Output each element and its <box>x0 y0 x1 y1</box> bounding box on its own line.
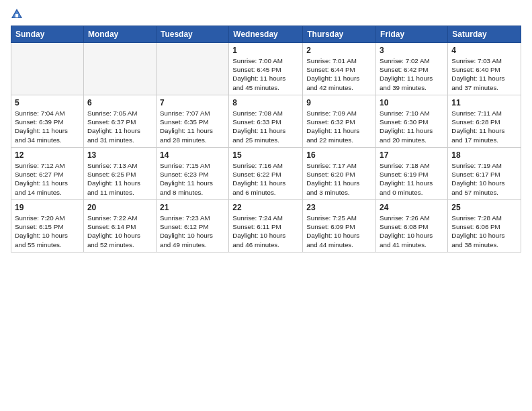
day-info: Sunrise: 7:26 AM Sunset: 6:08 PM Dayligh… <box>380 214 444 249</box>
calendar: SundayMondayTuesdayWednesdayThursdayFrid… <box>11 26 521 253</box>
calendar-cell: 2Sunrise: 7:01 AM Sunset: 6:44 PM Daylig… <box>303 43 376 95</box>
day-number: 7 <box>160 98 225 107</box>
calendar-cell: 8Sunrise: 7:08 AM Sunset: 6:33 PM Daylig… <box>229 95 303 148</box>
weekday-header-friday: Friday <box>376 26 448 43</box>
day-number: 12 <box>15 150 80 160</box>
calendar-cell: 15Sunrise: 7:16 AM Sunset: 6:22 PM Dayli… <box>229 148 303 200</box>
weekday-header-thursday: Thursday <box>303 26 376 43</box>
weekday-header-sunday: Sunday <box>11 26 84 43</box>
calendar-cell: 20Sunrise: 7:22 AM Sunset: 6:14 PM Dayli… <box>83 200 156 253</box>
day-number: 2 <box>306 46 372 55</box>
day-number: 22 <box>232 203 299 212</box>
calendar-cell: 16Sunrise: 7:17 AM Sunset: 6:20 PM Dayli… <box>303 148 376 200</box>
day-info: Sunrise: 7:18 AM Sunset: 6:19 PM Dayligh… <box>380 161 444 197</box>
day-number: 21 <box>160 203 225 212</box>
calendar-cell: 25Sunrise: 7:28 AM Sunset: 6:06 PM Dayli… <box>448 200 521 253</box>
day-number: 10 <box>380 98 444 107</box>
day-number: 13 <box>87 150 152 160</box>
day-info: Sunrise: 7:15 AM Sunset: 6:23 PM Dayligh… <box>160 161 225 197</box>
day-number: 17 <box>380 150 444 160</box>
day-info: Sunrise: 7:07 AM Sunset: 6:35 PM Dayligh… <box>160 109 225 144</box>
day-number: 9 <box>306 98 372 107</box>
calendar-cell: 9Sunrise: 7:09 AM Sunset: 6:32 PM Daylig… <box>303 95 376 148</box>
calendar-cell: 6Sunrise: 7:05 AM Sunset: 6:37 PM Daylig… <box>83 95 156 148</box>
calendar-cell: 7Sunrise: 7:07 AM Sunset: 6:35 PM Daylig… <box>156 95 228 148</box>
day-info: Sunrise: 7:28 AM Sunset: 6:06 PM Dayligh… <box>451 214 517 249</box>
calendar-cell: 22Sunrise: 7:24 AM Sunset: 6:11 PM Dayli… <box>229 200 303 253</box>
day-info: Sunrise: 7:20 AM Sunset: 6:15 PM Dayligh… <box>15 214 80 249</box>
calendar-cell: 24Sunrise: 7:26 AM Sunset: 6:08 PM Dayli… <box>376 200 448 253</box>
day-info: Sunrise: 7:12 AM Sunset: 6:27 PM Dayligh… <box>15 161 80 197</box>
day-number: 4 <box>451 46 517 55</box>
day-number: 24 <box>380 203 444 212</box>
weekday-header-saturday: Saturday <box>448 26 521 43</box>
calendar-cell: 18Sunrise: 7:19 AM Sunset: 6:17 PM Dayli… <box>448 148 521 200</box>
day-info: Sunrise: 7:00 AM Sunset: 6:45 PM Dayligh… <box>232 56 299 92</box>
calendar-cell <box>11 43 84 95</box>
day-number: 11 <box>451 98 517 107</box>
calendar-cell: 3Sunrise: 7:02 AM Sunset: 6:42 PM Daylig… <box>376 43 448 95</box>
weekday-header-tuesday: Tuesday <box>156 26 228 43</box>
day-info: Sunrise: 7:10 AM Sunset: 6:30 PM Dayligh… <box>380 109 444 144</box>
day-number: 15 <box>232 150 299 160</box>
day-number: 14 <box>160 150 225 160</box>
day-number: 5 <box>15 98 80 107</box>
weekday-header-wednesday: Wednesday <box>229 26 303 43</box>
svg-rect-2 <box>15 14 18 17</box>
day-info: Sunrise: 7:03 AM Sunset: 6:40 PM Dayligh… <box>451 56 517 92</box>
day-info: Sunrise: 7:09 AM Sunset: 6:32 PM Dayligh… <box>306 109 372 144</box>
day-info: Sunrise: 7:05 AM Sunset: 6:37 PM Dayligh… <box>87 109 152 144</box>
calendar-cell: 10Sunrise: 7:10 AM Sunset: 6:30 PM Dayli… <box>376 95 448 148</box>
calendar-cell: 1Sunrise: 7:00 AM Sunset: 6:45 PM Daylig… <box>229 43 303 95</box>
calendar-cell <box>156 43 228 95</box>
day-info: Sunrise: 7:01 AM Sunset: 6:44 PM Dayligh… <box>306 56 372 92</box>
weekday-header-monday: Monday <box>83 26 156 43</box>
calendar-cell: 23Sunrise: 7:25 AM Sunset: 6:09 PM Dayli… <box>303 200 376 253</box>
day-info: Sunrise: 7:04 AM Sunset: 6:39 PM Dayligh… <box>15 109 80 144</box>
day-info: Sunrise: 7:02 AM Sunset: 6:42 PM Dayligh… <box>380 56 444 92</box>
calendar-cell <box>83 43 156 95</box>
day-info: Sunrise: 7:13 AM Sunset: 6:25 PM Dayligh… <box>87 161 152 197</box>
calendar-cell: 13Sunrise: 7:13 AM Sunset: 6:25 PM Dayli… <box>83 148 156 200</box>
day-info: Sunrise: 7:22 AM Sunset: 6:14 PM Dayligh… <box>87 214 152 249</box>
day-number: 3 <box>380 46 444 55</box>
day-number: 18 <box>451 150 517 160</box>
day-number: 16 <box>306 150 372 160</box>
day-number: 8 <box>232 98 299 107</box>
day-number: 25 <box>451 203 517 212</box>
day-info: Sunrise: 7:25 AM Sunset: 6:09 PM Dayligh… <box>306 214 372 249</box>
day-number: 6 <box>87 98 152 107</box>
day-info: Sunrise: 7:19 AM Sunset: 6:17 PM Dayligh… <box>451 161 517 197</box>
calendar-cell: 4Sunrise: 7:03 AM Sunset: 6:40 PM Daylig… <box>448 43 521 95</box>
calendar-cell: 21Sunrise: 7:23 AM Sunset: 6:12 PM Dayli… <box>156 200 228 253</box>
day-info: Sunrise: 7:11 AM Sunset: 6:28 PM Dayligh… <box>451 109 517 144</box>
day-number: 1 <box>232 46 299 55</box>
calendar-cell: 11Sunrise: 7:11 AM Sunset: 6:28 PM Dayli… <box>448 95 521 148</box>
logo <box>11 8 24 20</box>
calendar-cell: 5Sunrise: 7:04 AM Sunset: 6:39 PM Daylig… <box>11 95 84 148</box>
calendar-cell: 19Sunrise: 7:20 AM Sunset: 6:15 PM Dayli… <box>11 200 84 253</box>
day-info: Sunrise: 7:16 AM Sunset: 6:22 PM Dayligh… <box>232 161 299 197</box>
calendar-cell: 17Sunrise: 7:18 AM Sunset: 6:19 PM Dayli… <box>376 148 448 200</box>
day-number: 20 <box>87 203 152 212</box>
day-number: 23 <box>306 203 372 212</box>
calendar-cell: 14Sunrise: 7:15 AM Sunset: 6:23 PM Dayli… <box>156 148 228 200</box>
day-number: 19 <box>15 203 80 212</box>
day-info: Sunrise: 7:23 AM Sunset: 6:12 PM Dayligh… <box>160 214 225 249</box>
day-info: Sunrise: 7:24 AM Sunset: 6:11 PM Dayligh… <box>232 214 299 249</box>
day-info: Sunrise: 7:08 AM Sunset: 6:33 PM Dayligh… <box>232 109 299 144</box>
calendar-cell: 12Sunrise: 7:12 AM Sunset: 6:27 PM Dayli… <box>11 148 84 200</box>
day-info: Sunrise: 7:17 AM Sunset: 6:20 PM Dayligh… <box>306 161 372 197</box>
